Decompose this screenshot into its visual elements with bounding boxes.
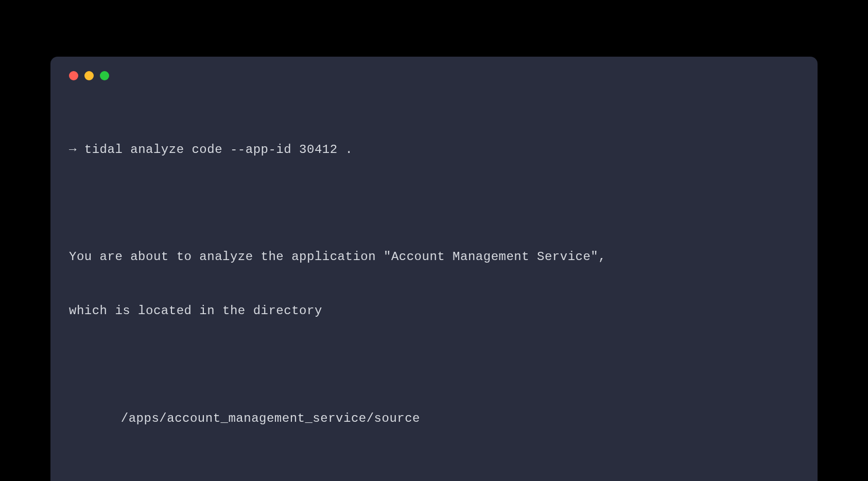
blank-line	[69, 463, 799, 481]
maximize-icon[interactable]	[100, 71, 109, 80]
output-line: which is located in the directory	[69, 302, 799, 320]
command-text: tidal analyze code --app-id 30412 .	[84, 143, 353, 157]
output-path: /apps/account_management_service/source	[69, 410, 799, 428]
command-line: → tidal analyze code --app-id 30412 .	[69, 141, 799, 159]
minimize-icon[interactable]	[84, 71, 94, 80]
blank-line	[69, 356, 799, 374]
terminal-output[interactable]: → tidal analyze code --app-id 30412 . Yo…	[69, 105, 799, 481]
output-line: You are about to analyze the application…	[69, 248, 799, 266]
blank-line	[69, 195, 799, 213]
window-controls	[69, 71, 799, 80]
close-icon[interactable]	[69, 71, 78, 80]
terminal-window: → tidal analyze code --app-id 30412 . Yo…	[50, 57, 818, 481]
prompt-arrow-icon: →	[69, 143, 77, 157]
